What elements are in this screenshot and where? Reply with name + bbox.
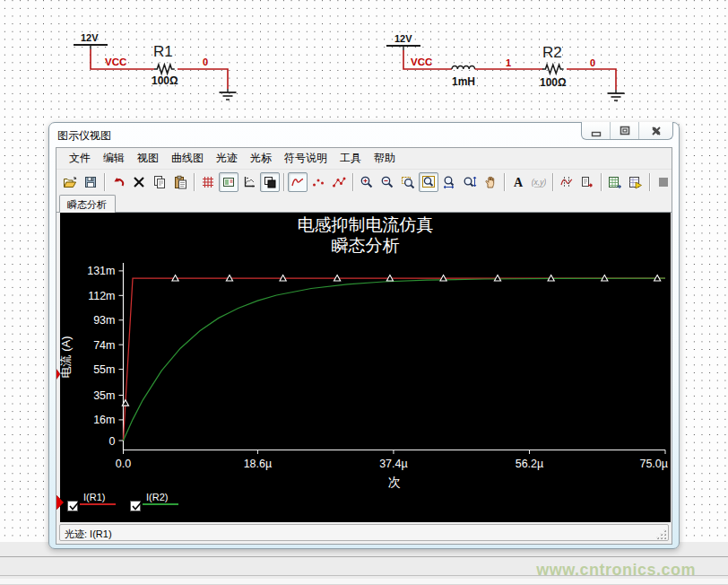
watermark-text: www.cntronics.com	[536, 561, 696, 580]
cursors-icon	[559, 175, 574, 189]
x-tick-label: 18.6µ	[244, 458, 273, 470]
menu-item[interactable]: 文件	[63, 148, 97, 169]
x-tick-label: 37.4µ	[379, 458, 408, 470]
menu-item[interactable]: 光标	[244, 148, 278, 169]
zoom-window-icon	[401, 175, 415, 189]
vcc-power-symbol	[74, 45, 108, 49]
menu-item[interactable]: 帮助	[368, 148, 402, 169]
menu-item[interactable]: 视图	[131, 148, 165, 169]
zoom-out-button[interactable]	[377, 172, 397, 192]
undo-button[interactable]	[108, 172, 128, 192]
svg-text:(x,y): (x,y)	[532, 178, 546, 187]
resistor-symbol	[154, 65, 175, 74]
net-label-vcc: VCC	[411, 57, 432, 67]
export-excel-button[interactable]	[605, 172, 625, 192]
grapher-window: 图示仪视图 文件编辑视图曲线图光迹光标符号说明工具帮助 A(x,y) 瞬态分析 …	[48, 122, 680, 549]
text-button[interactable]: A	[508, 172, 528, 192]
net-label-1: 1	[506, 57, 511, 68]
trace-label: I(R1)	[80, 493, 116, 502]
legend-button[interactable]	[219, 172, 238, 192]
y-tick-label: 35m	[93, 389, 115, 402]
zoom-v-button[interactable]	[460, 172, 480, 192]
pan-button[interactable]	[481, 172, 500, 192]
y-tick-label: 112m	[88, 290, 115, 302]
y-tick-label: 131m	[87, 266, 115, 278]
zoom-fit-icon	[421, 175, 436, 189]
line-style-icon	[290, 175, 305, 189]
window-title: 图示仪视图	[57, 128, 111, 144]
status-text: 光迹: I(R1)	[59, 524, 669, 541]
menu-item[interactable]: 工具	[334, 148, 368, 169]
resize-grip[interactable]	[656, 529, 667, 540]
open-button[interactable]	[60, 172, 80, 192]
toolbar-separator	[601, 173, 602, 191]
zoom-v-icon	[463, 175, 477, 189]
open-icon	[63, 175, 77, 189]
wire	[178, 69, 228, 89]
close-button[interactable]	[639, 122, 672, 139]
selected-trace-legend-arrow	[56, 493, 65, 511]
copy-button[interactable]	[150, 172, 169, 192]
inductor-symbol	[452, 65, 475, 69]
toolbar-separator	[504, 173, 506, 191]
tab-transient-analysis[interactable]: 瞬态分析	[59, 195, 116, 213]
resistor-value-label: 100Ω	[152, 74, 178, 87]
zoom-h-icon	[442, 175, 456, 189]
zoom-h-button[interactable]	[439, 172, 459, 192]
zoom-in-button[interactable]	[357, 172, 377, 192]
axes-button[interactable]	[239, 172, 259, 192]
line-style-button[interactable]	[288, 172, 308, 192]
menu-item[interactable]: 符号说明	[278, 148, 334, 169]
zoom-in-icon	[360, 175, 374, 189]
save-button[interactable]	[81, 172, 100, 192]
point-style-button[interactable]	[308, 172, 328, 192]
zoom-out-icon	[380, 175, 394, 189]
trace-visibility-checkbox[interactable]	[130, 501, 141, 511]
chart-area[interactable]: 电感抑制电流仿真瞬态分析016m35m55m74m93m112m131m0.01…	[60, 213, 671, 522]
toolbar: A(x,y)	[56, 169, 672, 195]
x-tick-label: 0.0	[116, 458, 131, 470]
trace-visibility-checkbox[interactable]	[67, 501, 78, 511]
text-icon: A	[511, 175, 525, 189]
export-data-icon	[580, 175, 594, 189]
paste-button[interactable]	[170, 172, 190, 192]
window-titlebar[interactable]: 图示仪视图	[49, 123, 679, 147]
trace-color-sample	[80, 503, 116, 505]
trace-I(R1)	[124, 278, 666, 441]
status-bar: 光迹: I(R1)	[56, 522, 672, 544]
toolbar-separator	[649, 173, 651, 191]
minimize-button[interactable]	[582, 122, 611, 139]
delete-button[interactable]	[129, 172, 149, 192]
stop-button	[654, 172, 672, 192]
grid-button[interactable]	[198, 172, 218, 192]
export-labview-button[interactable]	[626, 172, 646, 192]
net-label-vcc: VCC	[105, 57, 126, 67]
toolbar-separator	[104, 173, 106, 191]
bottom-strip	[0, 579, 728, 585]
axis-lines	[124, 263, 666, 450]
point-style-icon	[311, 175, 325, 189]
stop-icon	[656, 175, 671, 189]
menu-item[interactable]: 光迹	[210, 148, 244, 169]
menu-item[interactable]: 曲线图	[165, 148, 210, 169]
toolbar-separator	[552, 173, 554, 191]
y-tick-label: 16m	[93, 415, 115, 427]
axes-icon	[242, 175, 256, 189]
export-data-button[interactable]	[577, 172, 597, 192]
coords-icon: (x,y)	[532, 175, 546, 189]
overlay-button[interactable]	[260, 172, 280, 192]
restore-button[interactable]	[611, 122, 639, 139]
trace-I(R2)	[124, 278, 666, 441]
line-point-button[interactable]	[329, 172, 349, 192]
paste-icon	[173, 175, 187, 189]
zoom-window-button[interactable]	[398, 172, 418, 192]
cursors-button[interactable]	[557, 172, 576, 192]
menu-bar: 文件编辑视图曲线图光迹光标符号说明工具帮助	[56, 148, 672, 169]
legend-item: I(R1)	[67, 493, 116, 511]
toolbar-separator	[194, 173, 195, 191]
pan-icon	[483, 175, 498, 189]
resistor-ref-label: R2	[542, 44, 562, 61]
menu-item[interactable]: 编辑	[97, 148, 131, 169]
zoom-fit-button[interactable]	[419, 172, 438, 192]
net-label-0: 0	[203, 57, 208, 67]
